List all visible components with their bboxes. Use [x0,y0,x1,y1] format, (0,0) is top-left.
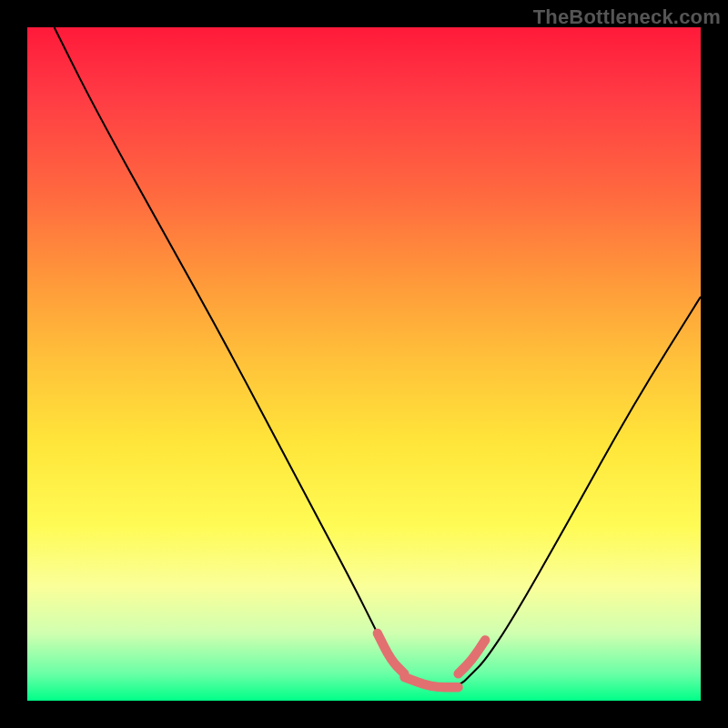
valley-accent-segment [378,633,405,673]
curve-line [55,27,701,687]
valley-accent [378,633,485,687]
valley-accent-segment [404,677,458,687]
watermark-text: TheBottleneck.com [533,5,721,29]
chart-frame: TheBottleneck.com [0,0,728,728]
valley-accent-segment [459,640,486,673]
plot-area [27,27,701,701]
chart-svg [27,27,701,701]
